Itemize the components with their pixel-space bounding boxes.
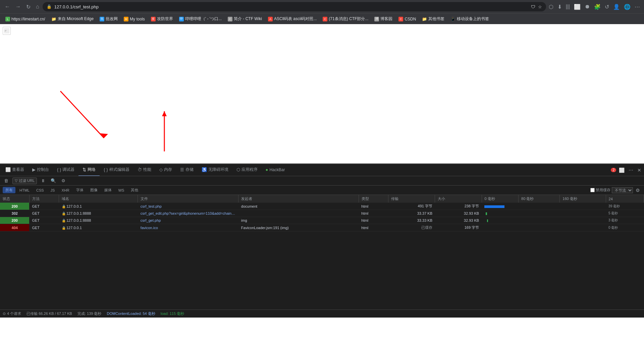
network-settings-button[interactable]: ⚙ — [634, 186, 641, 194]
bookmark-microsoft-edge[interactable]: 📁 来自 Microsoft Edge — [49, 15, 96, 22]
star-icon[interactable]: ☆ — [538, 4, 542, 9]
devtools-expand-button[interactable]: ⬜ — [618, 166, 626, 174]
pause-button[interactable]: ⏸ — [40, 178, 47, 184]
filter-url-input[interactable]: ▽ 过滤 URL — [12, 178, 37, 184]
profile-button[interactable]: 👤 — [612, 2, 621, 11]
col-transfer[interactable]: 传输 — [388, 195, 435, 203]
collections-button[interactable]: ||| — [565, 2, 571, 11]
col-time160[interactable]: 160 毫秒 — [560, 195, 606, 203]
time-label-cell: 3 毫秒 — [606, 217, 644, 224]
col-method[interactable]: 方法 — [29, 195, 59, 203]
bookmark-bilibili[interactable]: 哔 哔哩哔哩（' - 'つ口... — [176, 15, 224, 22]
table-row[interactable]: 200 GET 🔒127.0.0.1:8888 csrf_get.php img… — [0, 217, 644, 224]
tab-performance[interactable]: ⏱ 性能 — [133, 164, 155, 176]
filter-ws[interactable]: WS — [116, 188, 127, 193]
debugger-icon: { } — [57, 167, 61, 172]
col-time24[interactable]: 24 — [606, 195, 644, 203]
history-button[interactable]: ↺ — [603, 2, 610, 11]
home-button[interactable]: ⌂ — [34, 2, 41, 11]
bookmark-ascii[interactable]: A ASCll码表 ascii码对照... — [265, 15, 319, 22]
filter-media[interactable]: 媒体 — [102, 187, 114, 193]
table-row[interactable]: 302 GET 🔒127.0.0.1:8888 csrf_get_edit.ph… — [0, 210, 644, 217]
bookmark-label: 来自 Microsoft Edge — [58, 16, 94, 22]
settings-button[interactable]: ⚙ — [60, 178, 67, 184]
filter-js[interactable]: JS — [48, 188, 58, 193]
bookmark-favicon: L — [5, 17, 10, 21]
bookmark-mytools[interactable]: M My tools — [121, 16, 148, 22]
sync-button[interactable]: 🌐 — [623, 2, 632, 11]
initiator-cell: document — [238, 203, 359, 210]
col-size[interactable]: 大小 — [435, 195, 482, 203]
bookmark-mobile[interactable]: 📱 移动设备上的书签 — [448, 15, 492, 22]
bookmark-label: 其他书签 — [428, 16, 444, 22]
tab-inspector[interactable]: ⬜ 查看器 — [1, 164, 28, 176]
filter-all[interactable]: 所有 — [3, 187, 15, 193]
tab-accessibility[interactable]: ♿ 无障碍环境 — [198, 164, 232, 176]
tab-application[interactable]: ⬡ 应用程序 — [232, 164, 262, 176]
bookmark-mobile-icon: 📱 — [450, 17, 455, 21]
forward-button[interactable]: → — [13, 2, 23, 11]
bookmark-other[interactable]: 📁 其他书签 — [419, 15, 447, 22]
col-initiator[interactable]: 发起者 — [238, 195, 359, 203]
search-button[interactable]: 🔍 — [49, 178, 57, 184]
status-cell: 404 — [0, 224, 29, 231]
disable-cache-checkbox[interactable]: 禁用缓存 — [590, 188, 610, 193]
clear-requests-button[interactable]: 🗑 — [3, 178, 10, 184]
tab-memory[interactable]: ◇ 内存 — [155, 164, 176, 176]
tab-label: 查看器 — [12, 167, 24, 173]
col-type[interactable]: 类型 — [359, 195, 388, 203]
refresh-button[interactable]: ↻ — [24, 2, 33, 11]
filter-image[interactable]: 图像 — [88, 187, 100, 193]
address-bar[interactable]: 🔒 127.0.0.1/csrf_test.php 🛡 ☆ — [43, 2, 546, 11]
bookmark-pizhiwang[interactable]: 批 批改网 — [97, 15, 120, 22]
svg-text:P: P — [5, 29, 6, 32]
bookmark-folder-icon: 📁 — [51, 17, 56, 21]
devtools-status-bar: ⊙ 4 个请求 已传输 66.26 KB / 67.17 KB 完成: 139 … — [0, 310, 644, 318]
devtools-tab-bar: ⬜ 查看器 ▶ 控制台 { } 调试器 ⇅ 网络 { } 样式编辑器 ⏱ 性能 … — [0, 164, 644, 176]
devtools-close-button[interactable]: ✕ — [636, 166, 643, 174]
bookmark-ctf71[interactable]: C (71条消息) CTF部分... — [320, 15, 371, 22]
browser-view-button[interactable]: ⬜ — [573, 2, 582, 11]
extensions-button[interactable]: ⬡ — [547, 2, 555, 11]
devtools-panel: ⬜ 查看器 ▶ 控制台 { } 调试器 ⇅ 网络 { } 样式编辑器 ⏱ 性能 … — [0, 163, 644, 318]
table-row[interactable]: 200 GET 🔒127.0.0.1 csrf_test.php documen… — [0, 203, 644, 210]
more-button[interactable]: ⋯ — [633, 2, 641, 11]
extensions2-button[interactable]: 🧩 — [593, 2, 602, 11]
tab-hackbar[interactable]: ● HackBar — [262, 164, 289, 176]
bookmark-limestart[interactable]: L https://limestart.cn/ — [3, 16, 48, 22]
col-status[interactable]: 状态 — [0, 195, 29, 203]
record-button[interactable]: ⏺ — [583, 2, 591, 11]
throttle-select[interactable]: 不节流 — [612, 187, 633, 193]
tab-label: HackBar — [269, 167, 285, 172]
transfer-cell: 491 字节 — [388, 203, 435, 210]
tab-storage[interactable]: ☰ 存储 — [176, 164, 198, 176]
filter-css[interactable]: CSS — [34, 188, 47, 193]
bookmark-bokeyuan[interactable]: 博 博客园 — [372, 15, 395, 22]
devtools-more-button[interactable]: ⋯ — [627, 166, 635, 174]
transfer-cell: 已缓存 — [388, 224, 435, 231]
disable-cache-label: 禁用缓存 — [596, 188, 610, 193]
col-time80[interactable]: 80 毫秒 — [519, 195, 560, 203]
filter-font[interactable]: 字体 — [73, 187, 86, 193]
col-domain[interactable]: 域名 — [59, 195, 138, 203]
table-row[interactable]: 404 GET 🔒127.0.0.1 favicon.ico FaviconLo… — [0, 224, 644, 231]
tab-style-editor[interactable]: { } 样式编辑器 — [100, 164, 133, 176]
col-file[interactable]: 文件 — [138, 195, 238, 203]
disable-cache-input[interactable] — [590, 188, 595, 192]
filter-html[interactable]: HTML — [17, 188, 32, 193]
tab-network[interactable]: ⇅ 网络 — [78, 164, 100, 176]
bookmark-ctfwiki[interactable]: C 简介 - CTF Wiki — [225, 15, 265, 22]
downloads-button[interactable]: ⬇ — [556, 2, 563, 11]
col-time0[interactable]: 0 毫秒 — [482, 195, 518, 203]
back-button[interactable]: ← — [3, 2, 12, 11]
filter-other[interactable]: 其他 — [128, 187, 141, 193]
domain-cell: 🔒127.0.0.1 — [59, 224, 138, 231]
network-requests-table: 状态 方法 域名 文件 发起者 类型 传输 大小 0 毫秒 80 毫秒 160 … — [0, 195, 644, 310]
bookmark-csdn[interactable]: C CSDN — [396, 16, 419, 22]
load-time: load: 115 毫秒 — [161, 311, 184, 316]
tab-debugger[interactable]: { } 调试器 — [53, 164, 78, 176]
tab-console[interactable]: ▶ 控制台 — [28, 164, 53, 176]
filter-xhr[interactable]: XHR — [59, 188, 72, 193]
domain-cell: 🔒127.0.0.1:8888 — [59, 210, 138, 217]
bookmark-gongfang[interactable]: 攻 攻防世界 — [148, 15, 176, 22]
